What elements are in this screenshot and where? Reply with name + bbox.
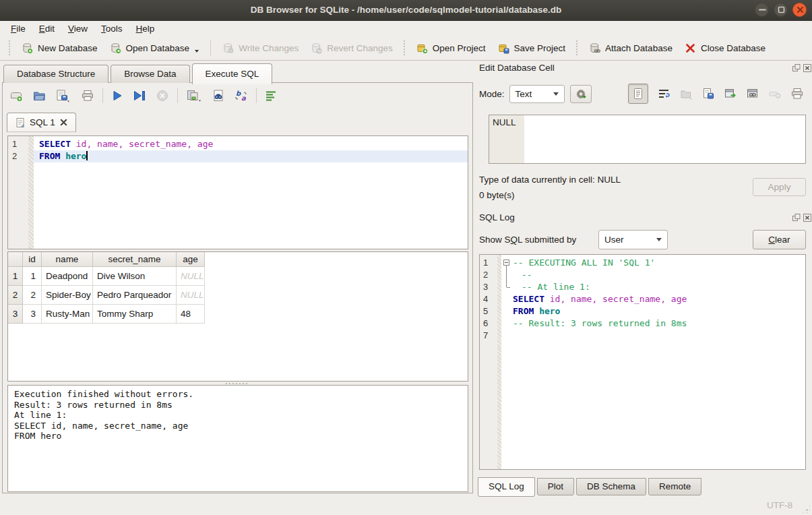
print-cell-button[interactable] [790,87,804,100]
link-icon [746,87,759,100]
sql-log-filter-select[interactable]: User [598,230,668,249]
svg-text:a: a [241,94,247,102]
cell-value-editor[interactable]: NULL [489,115,806,164]
open-sql-in-tab-button[interactable] [186,89,202,102]
tab-execute-sql[interactable]: Execute SQL [192,63,273,84]
sql-file-tab[interactable]: SQL 1 [7,113,76,132]
column-header-age[interactable]: age [177,252,205,267]
cell-id[interactable]: 3 [23,305,42,324]
column-header-name[interactable]: name [42,252,93,267]
menu-help[interactable]: Help [129,22,162,35]
message-line: Execution finished without errors. [14,389,462,400]
print-icon [790,87,804,100]
cell-age[interactable]: 48 [177,305,205,324]
cell-secret-name[interactable]: Tommy Sharp [93,305,177,324]
cell-secret-name[interactable]: Dive Wilson [93,267,177,286]
toolbar-drag-handle[interactable] [403,40,406,56]
filter-value: User [604,235,624,245]
close-dock-icon[interactable] [803,64,811,72]
toolbar-drag-handle[interactable] [8,40,11,56]
text-mode-button[interactable] [628,84,648,104]
log-line: SELECT id, name, secret_name, age [501,293,805,305]
line-number: 2 [12,150,28,162]
auto-apply-button[interactable] [570,85,592,103]
tab-database-structure[interactable]: Database Structure [3,65,108,83]
new-database-button[interactable]: New Database [15,40,104,57]
cell-id[interactable]: 2 [23,286,42,305]
mode-value: Text [516,89,532,99]
clear-log-button[interactable]: Clear [753,230,806,249]
cell-age[interactable]: NULL [177,286,205,305]
mode-select[interactable]: Text [509,85,565,103]
log-line [501,330,805,342]
cell-name[interactable]: Rusty-Man [42,305,93,324]
save-project-button[interactable]: Save Project [492,40,572,57]
log-code-area: -- EXECUTING ALL IN 'SQL 1' -- -- At lin… [501,255,805,469]
open-database-dropdown-icon[interactable] [195,50,199,53]
minimize-button[interactable] [755,3,769,17]
close-tab-icon[interactable] [60,119,67,126]
editor-code-area[interactable]: SELECT id, name, secret_name, age FROM h… [34,136,468,249]
dock-tab-sql-log[interactable]: SQL Log [478,477,535,497]
print-sql-button[interactable] [81,89,94,102]
execute-sql-button[interactable] [111,90,123,102]
resize-grip-icon[interactable] [802,505,810,513]
text-cursor [86,151,88,160]
chevron-down-icon [656,238,662,241]
row-header[interactable]: 2 [8,286,23,305]
cell-name[interactable]: Deadpond [42,267,93,286]
copy-link-button[interactable] [746,87,759,100]
menu-edit[interactable]: Edit [32,22,61,35]
sql-editor[interactable]: 1 2 SELECT id, name, secret_name, age FR… [7,135,468,249]
float-dock-icon[interactable] [792,64,801,72]
menu-view[interactable]: View [61,22,94,35]
row-header[interactable]: 1 [8,267,23,286]
set-null-icon [768,87,782,100]
tab-browse-data[interactable]: Browse Data [111,65,189,83]
format-sql-button[interactable] [265,90,277,102]
editor-line-numbers: 1 2 [8,136,28,249]
new-database-icon [22,42,33,54]
close-dock-icon[interactable] [803,214,811,222]
log-line: -- Result: 3 rows returned in 8ms [501,317,805,330]
cell-secret-name[interactable]: Pedro Parqueador [93,286,177,305]
attach-database-button[interactable]: Attach Database [583,40,679,57]
toolbar-drag-handle[interactable] [575,40,579,56]
export-cell-data-button[interactable] [701,87,715,100]
open-database-button[interactable]: Open Database [104,40,206,57]
maximize-button[interactable] [774,3,788,17]
open-sql-file-button[interactable] [32,89,46,102]
column-header-id[interactable]: id [23,252,42,267]
execute-current-line-button[interactable] [133,90,146,102]
cell-age[interactable]: NULL [177,267,205,286]
execute-sql-page: b a SQL 1 [2,82,473,493]
save-sql-file-button[interactable] [55,89,71,102]
close-database-button[interactable]: Close Database [679,40,772,57]
word-wrap-button[interactable] [657,87,670,100]
new-sql-tab-button[interactable] [9,89,23,102]
titlebar: DB Browser for SQLite - /home/user/code/… [0,0,812,21]
find-button[interactable] [212,89,225,102]
open-project-button[interactable]: Open Project [410,40,492,57]
sql-log-view[interactable]: 12 34 56 7 -- EXECUTING ALL IN 'SQL 1' -… [479,254,806,470]
table-row: 2 2 Spider-Boy Pedro Parqueador NULL [8,286,468,305]
grid-corner-cell[interactable] [8,252,23,267]
close-button[interactable] [792,3,807,17]
dock-tab-remote[interactable]: Remote [648,478,701,495]
replace-button[interactable]: b a [235,89,248,102]
open-in-external-button[interactable] [724,87,737,100]
float-dock-icon[interactable] [792,214,801,222]
menu-file[interactable]: File [4,22,32,35]
write-changes-label: Write Changes [239,43,299,53]
dock-tab-plot[interactable]: Plot [537,478,574,495]
menu-tools[interactable]: Tools [94,22,129,35]
row-header[interactable]: 3 [8,305,23,324]
sql-toolbar: b a [9,88,277,103]
column-header-secret-name[interactable]: secret_name [93,252,177,267]
cell-id[interactable]: 1 [23,267,42,286]
log-line: -- [501,269,805,281]
dock-tab-db-schema[interactable]: DB Schema [576,478,646,495]
open-file-icon [32,89,46,102]
fold-collapse-icon[interactable] [503,260,509,266]
cell-name[interactable]: Spider-Boy [42,286,93,305]
